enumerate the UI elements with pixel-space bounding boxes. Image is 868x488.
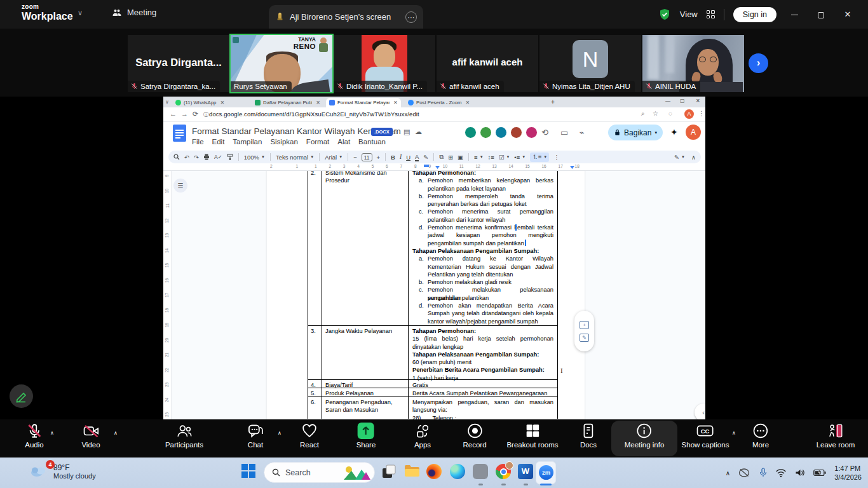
close-tab-icon[interactable]: ✕ <box>466 100 470 105</box>
chrome-button[interactable] <box>496 464 512 480</box>
decrease-font-icon[interactable]: − <box>353 154 357 161</box>
browser-tab-docs-active[interactable]: Format Standar Pelayanan Kan ✕ <box>326 98 401 107</box>
tab-options-icon[interactable]: ⋯ <box>405 11 417 23</box>
vertical-ruler[interactable]: 910111213141516171819202122232425 <box>163 171 172 419</box>
collaborator-avatar[interactable] <box>510 126 523 139</box>
close-tab-icon[interactable]: ✕ <box>393 100 398 105</box>
start-button[interactable] <box>241 464 258 480</box>
tab-meeting[interactable]: Meeting <box>112 8 156 17</box>
participant-tile-nyimas[interactable]: N Nyimas Lita_Ditjen AHU <box>539 35 641 92</box>
move-folder-icon[interactable]: ▤ <box>403 128 410 136</box>
camera-off-icon[interactable] <box>738 468 751 478</box>
increase-font-icon[interactable]: + <box>377 154 381 161</box>
audio-button[interactable]: Audio <box>25 422 43 449</box>
comment-icon[interactable]: ▭ <box>560 128 568 137</box>
zoom-select[interactable]: 100%▼ <box>244 154 265 161</box>
minimize-button[interactable] <box>785 10 803 19</box>
video-button[interactable]: Video <box>81 422 100 449</box>
zoom-app-button[interactable]: zm <box>536 461 556 484</box>
menu-insert[interactable]: Sisipkan <box>270 138 297 146</box>
browser-tab-whatsapp[interactable]: (11) WhatsApp ✕ <box>172 98 244 107</box>
text-color-icon[interactable]: A <box>415 153 419 161</box>
task-view-button[interactable] <box>381 464 398 480</box>
tray-expand-icon[interactable]: ∧ <box>726 470 730 477</box>
back-icon[interactable]: ← <box>170 110 177 118</box>
participant-tile-didik[interactable]: Didik Irianto_Kanwil P... <box>334 35 435 92</box>
search-input[interactable]: Search <box>264 462 375 483</box>
paint-format-icon[interactable] <box>227 154 233 160</box>
underline-icon[interactable]: U <box>406 154 410 161</box>
collaborator-avatar[interactable] <box>525 126 538 139</box>
reload-icon[interactable]: ⟳ <box>193 110 198 118</box>
audio-options-icon[interactable]: ∧ <box>50 430 54 436</box>
weather-widget[interactable]: 4 89°F Mostly cloudy <box>29 463 96 480</box>
paragraph-style-select[interactable]: Teks normal▼ <box>276 154 314 161</box>
clock[interactable]: 1:47 PM 3/4/2026 <box>834 464 862 482</box>
menu-tools[interactable]: Alat <box>337 138 350 146</box>
view-button-label[interactable]: View <box>680 10 698 19</box>
collaborator-avatar[interactable] <box>494 126 508 139</box>
account-avatar[interactable]: A <box>686 125 701 140</box>
editing-mode-icon[interactable]: ✎▼ <box>674 154 685 161</box>
maximize-button[interactable] <box>812 10 830 19</box>
cloud-status-icon[interactable]: ☁ <box>415 128 422 136</box>
version-history-icon[interactable]: ⟲ <box>541 128 548 137</box>
insert-link-icon[interactable]: ⧉ <box>439 153 444 161</box>
star-icon[interactable]: ☆ <box>392 128 398 136</box>
browser-profile-avatar[interactable]: A <box>684 109 694 119</box>
new-tab-icon[interactable]: + <box>551 98 555 105</box>
participant-tile-ainil[interactable]: AINIL HUDA <box>642 35 744 92</box>
indent-marker[interactable] <box>424 165 429 167</box>
firefox-button[interactable] <box>426 464 443 480</box>
word-button[interactable]: W <box>518 464 534 480</box>
browser-tab-sheets[interactable]: Daftar Pelayanan Publik Kanwi ✕ <box>252 98 323 107</box>
tab-shared-screen[interactable]: Aji Biroreno Setjen's screen ⋯ <box>269 5 423 29</box>
participant-tile-afif[interactable]: afif kanwil aceh afif kanwil aceh <box>437 35 538 92</box>
chat-button[interactable]: Chat <box>247 422 264 449</box>
undo-icon[interactable]: ↶ <box>184 154 189 161</box>
document-title[interactable]: Format Standar Pelayanan Kantor Wilayah … <box>192 126 401 136</box>
react-button[interactable]: React <box>300 422 319 449</box>
battery-icon[interactable] <box>813 469 826 477</box>
browser-tab-zoom[interactable]: Post Peserta - Zoom ✕ <box>405 98 475 107</box>
participant-tile-satrya[interactable]: Satrya Dirganta... Satrya Dirgantara_ka.… <box>128 35 229 92</box>
more-button[interactable]: More <box>752 422 769 449</box>
bold-icon[interactable]: B <box>391 154 395 161</box>
collapse-panel-icon[interactable]: ‹ <box>695 403 705 419</box>
site-info-icon[interactable]: ⓘ <box>203 111 208 118</box>
menu-help[interactable]: Bantuan <box>358 138 386 146</box>
menu-view[interactable]: Tampilan <box>233 138 262 146</box>
table-cell-content[interactable]: Tahapan Permohonan: a.Pemohon memberikan… <box>412 169 553 325</box>
close-button[interactable]: ✕ <box>839 10 857 19</box>
browser-menu-icon[interactable]: ⋮ <box>698 110 705 117</box>
wifi-icon[interactable] <box>775 468 787 477</box>
align-icon[interactable]: ≡▼ <box>474 154 484 161</box>
file-explorer-button[interactable] <box>404 464 421 480</box>
breakout-rooms-button[interactable]: Breakout rooms <box>506 422 558 449</box>
line-spacing-icon[interactable]: ↕≡ <box>488 154 494 161</box>
add-comment-icon[interactable]: + <box>580 321 589 329</box>
video-options-icon[interactable]: ∧ <box>114 430 118 436</box>
bullet-list-icon[interactable]: •≡▼ <box>514 154 526 161</box>
window-minimize-icon[interactable]: — <box>665 98 670 104</box>
annotate-button[interactable] <box>10 384 33 408</box>
collaborator-avatar[interactable] <box>479 126 492 139</box>
participants-button[interactable]: Participants <box>165 422 203 449</box>
bookmark-star-icon[interactable]: ☆ <box>653 110 658 117</box>
search-icon[interactable] <box>173 154 180 160</box>
insert-image-icon[interactable]: ▣ <box>458 154 463 161</box>
spellcheck-icon[interactable]: A✓ <box>214 154 222 160</box>
share-button[interactable]: Share <box>356 422 376 449</box>
window-restore-icon[interactable]: ▢ <box>680 98 685 104</box>
sign-in-button[interactable]: Sign in <box>733 7 776 22</box>
speaker-icon[interactable] <box>795 468 805 477</box>
security-shield-icon[interactable] <box>658 8 671 21</box>
leave-room-button[interactable]: Leave room <box>817 422 855 449</box>
zoom-page-icon[interactable]: ⌕ <box>641 110 645 118</box>
url-text[interactable]: docs.google.com/document/d/1GgpNXsuECuh2… <box>209 111 419 118</box>
tab-search-icon[interactable]: ∨ <box>165 99 169 105</box>
mic-tray-icon[interactable] <box>759 468 767 478</box>
forward-icon[interactable]: → <box>181 110 188 118</box>
table-cell-content[interactable]: Menyampaikan pengaduan, saran dan masuka… <box>412 398 553 419</box>
table-cell-content[interactable]: Berita Acara Sumpah Pelantikan Pewargane… <box>412 390 547 397</box>
